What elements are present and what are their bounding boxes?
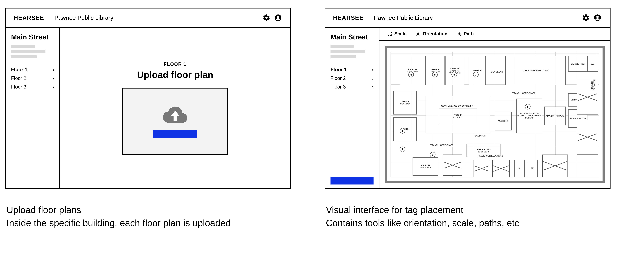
floor-label: Floor 3 xyxy=(330,84,346,90)
elevators-label: PASSENGER ELEVATORS xyxy=(477,155,504,157)
caption-title: Upload floor plans xyxy=(6,205,292,215)
brand-logo: HEARSEE xyxy=(333,14,364,21)
sidebar-placeholder xyxy=(330,45,374,60)
floor-label: Floor 3 xyxy=(11,84,26,90)
sidebar: Main Street Floor 1 › Floor 2 › Floor 3 … xyxy=(325,28,380,188)
tool-orientation[interactable]: Orientation xyxy=(416,31,448,36)
table-dim: 4'-0" x 14'-0" xyxy=(453,117,463,118)
tool-label: Path xyxy=(464,31,474,36)
tag-marker[interactable]: 3 xyxy=(400,128,405,134)
caption-left: Upload floor plans Inside the specific b… xyxy=(6,205,292,228)
table-label: TABLE xyxy=(454,114,462,117)
upload-dropzone[interactable] xyxy=(122,88,228,155)
room-label: OFFICE xyxy=(431,68,440,71)
chevron-right-icon: › xyxy=(53,84,54,89)
clear-label: 6'-7" CLEAR xyxy=(490,70,503,73)
account-icon xyxy=(594,14,602,22)
tool-path[interactable]: Path xyxy=(456,31,474,36)
account-button[interactable] xyxy=(274,13,282,22)
sidebar-item-floor-3[interactable]: Floor 3 › xyxy=(11,83,54,91)
elevator-1 xyxy=(473,160,490,177)
upload-button[interactable] xyxy=(153,130,197,138)
chevron-right-icon: › xyxy=(372,84,374,89)
room-dim: 11'-10" x 9'-0" xyxy=(420,167,431,169)
caption-sub: Inside the specific building, each floor… xyxy=(6,218,292,228)
room-label: WAITING xyxy=(498,120,508,122)
room-label: OFFICE xyxy=(450,67,459,70)
tag-marker[interactable]: 4 xyxy=(408,72,414,77)
room-label: OFFICE xyxy=(473,69,482,72)
chevron-right-icon: › xyxy=(372,76,374,81)
cloud-upload-icon xyxy=(162,104,188,125)
gear-icon xyxy=(262,14,270,22)
room-label: OFFICE xyxy=(421,164,430,167)
sidebar: Main Street Floor 1 › Floor 2 › Floor 3 … xyxy=(6,28,60,188)
chevron-right-icon: › xyxy=(53,67,54,72)
settings-button[interactable] xyxy=(262,13,271,22)
tool-label: Orientation xyxy=(423,31,448,36)
chevron-right-icon: › xyxy=(372,67,374,72)
current-floor-label: FLOOR 1 xyxy=(164,61,186,67)
room-label: CONFERENCE 20'-10" x 13'-4" xyxy=(441,105,475,107)
sidebar-heading: Main Street xyxy=(11,33,54,41)
tag-marker[interactable]: 8 xyxy=(525,104,530,109)
editor-toolbar: Scale Orientation Path xyxy=(380,28,610,41)
upload-area: FLOOR 1 Upload floor plan xyxy=(60,28,290,188)
room-label: STORAGE BELOW xyxy=(570,117,586,120)
reception-label: RECEPTION xyxy=(473,134,486,137)
location-name: Pawnee Public Library xyxy=(54,14,113,21)
room-label: ADA BATHROOM xyxy=(546,114,564,117)
room-dim: 9'-8" x 12'-0" xyxy=(400,103,410,105)
topbar: HEARSEE Pawnee Public Library xyxy=(325,8,610,28)
sidebar-item-floor-2[interactable]: Floor 2 › xyxy=(11,74,54,83)
tag-marker[interactable]: 6 xyxy=(452,72,457,77)
walk-icon xyxy=(456,31,462,36)
upload-title: Upload floor plan xyxy=(137,69,213,80)
tool-scale[interactable]: Scale xyxy=(387,31,406,36)
upload-screen: HEARSEE Pawnee Public Library Main Stree… xyxy=(5,8,291,189)
sidebar-item-floor-2[interactable]: Floor 2 › xyxy=(330,74,374,83)
room-label: OFFICE xyxy=(401,100,409,103)
stair-well-3 xyxy=(542,155,568,177)
translucent-label-2: TRANSLUCENT GLASS xyxy=(430,144,454,147)
room-dim: 13'-10" x 13'-4" xyxy=(478,151,490,153)
brand-logo: HEARSEE xyxy=(14,14,44,21)
editor-screen: HEARSEE Pawnee Public Library Main Stree… xyxy=(324,8,610,189)
expand-icon xyxy=(387,31,392,36)
floor-label: Floor 2 xyxy=(11,75,26,81)
room-label: AC xyxy=(591,62,594,65)
room-label: SERVER RM xyxy=(571,62,584,65)
location-name: Pawnee Public Library xyxy=(374,14,433,21)
svg-point-0 xyxy=(459,32,460,32)
caption-right: Visual interface for tag placement Conta… xyxy=(326,205,612,228)
sidebar-action-button[interactable] xyxy=(330,177,374,185)
sidebar-item-floor-1[interactable]: Floor 1 › xyxy=(330,65,374,74)
sidebar-placeholder xyxy=(11,45,54,60)
stair-well-2 xyxy=(443,155,462,176)
freight-label: FREIGHT ELEVATOR xyxy=(591,79,596,90)
gear-icon xyxy=(582,14,590,22)
room-label: OFFICE xyxy=(408,68,417,71)
tag-marker[interactable]: 2 xyxy=(400,147,405,152)
settings-button[interactable] xyxy=(582,13,590,22)
sidebar-item-floor-3[interactable]: Floor 3 › xyxy=(330,83,374,91)
tag-marker[interactable]: 1 xyxy=(430,152,436,158)
stairwell xyxy=(577,120,598,154)
floorplan-canvas[interactable]: OFFICE 14'-8" x 12'-0" 4 OFFICE 9'-8" x … xyxy=(380,41,610,188)
room-label: W xyxy=(531,167,534,170)
topbar: HEARSEE Pawnee Public Library xyxy=(6,8,290,28)
account-button[interactable] xyxy=(593,13,602,22)
sidebar-item-floor-1[interactable]: Floor 1 › xyxy=(11,65,54,74)
account-icon xyxy=(274,14,282,22)
floor-label: Floor 1 xyxy=(11,67,28,72)
room-label: RECEPTION xyxy=(477,148,490,151)
chevron-right-icon: › xyxy=(53,76,54,81)
floor-label: Floor 2 xyxy=(330,75,346,81)
caption-sub: Contains tools like orientation, scale, … xyxy=(326,218,612,228)
translucent-label: TRANSLUCENT GLASS xyxy=(512,92,536,95)
room-label: M xyxy=(518,167,520,170)
navigation-icon xyxy=(416,31,421,36)
floorplan-image[interactable]: OFFICE 14'-8" x 12'-0" 4 OFFICE 9'-8" x … xyxy=(384,46,604,183)
floor-label: Floor 1 xyxy=(330,67,347,72)
caption-title: Visual interface for tag placement xyxy=(326,205,612,215)
